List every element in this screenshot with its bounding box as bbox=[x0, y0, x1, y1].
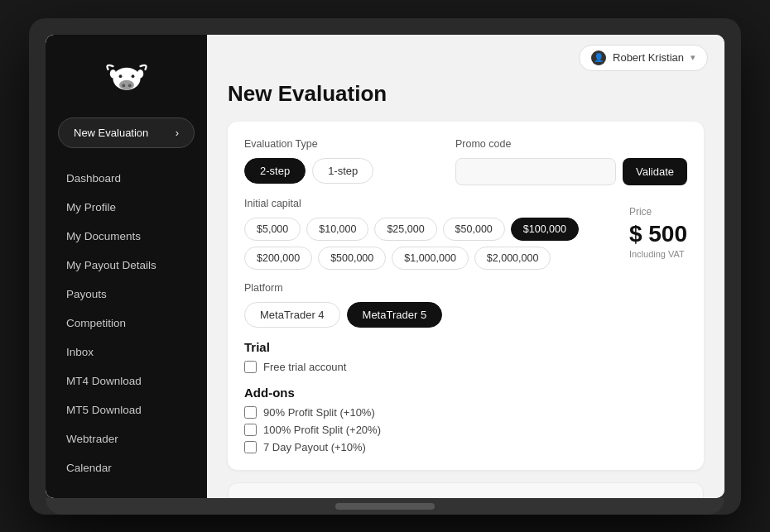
sidebar-navigation: Dashboard My Profile My Documents My Pay… bbox=[46, 165, 207, 482]
sidebar-item-dashboard[interactable]: Dashboard bbox=[54, 165, 199, 192]
trial-label: Free trial account bbox=[263, 361, 346, 373]
addon-item-1: 100% Profit Split (+20%) bbox=[244, 424, 687, 436]
promo-section: Promo code Validate bbox=[455, 138, 687, 185]
main-content: 👤 Robert Kristian ▾ New Evaluation Evalu… bbox=[207, 35, 724, 498]
capital-buttons-group: $5,000 $10,000 $25,000 $50,000 $100,000 … bbox=[244, 218, 604, 270]
addon-checkbox-2[interactable] bbox=[244, 441, 257, 453]
svg-point-6 bbox=[118, 74, 122, 78]
user-avatar-icon: 👤 bbox=[591, 50, 606, 65]
sidebar-item-payouts[interactable]: Payouts bbox=[54, 280, 199, 308]
trial-section: Trial Free trial account bbox=[244, 340, 687, 373]
price-vat: Including VAT bbox=[629, 249, 687, 259]
user-name: Robert Kristian bbox=[613, 51, 684, 64]
metatrader5-button[interactable]: MetaTrader 5 bbox=[347, 302, 443, 328]
capital-1m-button[interactable]: $1,000,000 bbox=[392, 247, 469, 270]
svg-point-2 bbox=[137, 69, 143, 78]
svg-point-3 bbox=[119, 79, 134, 89]
svg-point-5 bbox=[128, 84, 131, 87]
sidebar-item-webtrader[interactable]: Webtrader bbox=[54, 425, 199, 453]
addons-section: Add-ons 90% Profit Split (+10%) 100% Pro… bbox=[244, 386, 687, 453]
svg-point-1 bbox=[109, 69, 116, 78]
trial-checkbox[interactable] bbox=[244, 361, 257, 373]
sidebar-item-my-profile[interactable]: My Profile bbox=[54, 194, 199, 221]
eval-type-1step-button[interactable]: 1-step bbox=[312, 158, 373, 184]
logo-area bbox=[46, 51, 207, 117]
addon-item-0: 90% Profit Split (+10%) bbox=[244, 406, 687, 419]
addons-title: Add-ons bbox=[244, 386, 687, 400]
addon-label-1: 100% Profit Split (+20%) bbox=[263, 424, 381, 436]
sidebar-item-inbox[interactable]: Inbox bbox=[54, 338, 199, 366]
price-section: Price $ 500 Including VAT bbox=[629, 206, 687, 270]
addons-list: 90% Profit Split (+10%) 100% Profit Spli… bbox=[244, 406, 687, 453]
capital-500k-button[interactable]: $500,000 bbox=[318, 247, 386, 270]
sidebar-item-calendar[interactable]: Calendar bbox=[54, 454, 199, 482]
price-label: Price bbox=[629, 206, 687, 218]
trial-row: Free trial account bbox=[244, 361, 687, 373]
sidebar-item-mt4-download[interactable]: MT4 Download bbox=[54, 367, 199, 395]
user-menu[interactable]: 👤 Robert Kristian ▾ bbox=[579, 45, 708, 71]
capital-section: Initial capital $5,000 $10,000 $25,000 $… bbox=[244, 198, 604, 270]
eval-type-promo-row: Evaluation Type 2-step 1-step Promo code… bbox=[244, 138, 687, 185]
bull-logo-icon bbox=[102, 60, 152, 101]
svg-point-7 bbox=[131, 74, 134, 78]
capital-2m-button[interactable]: $2,000,000 bbox=[474, 247, 551, 270]
eval-type-2step-button[interactable]: 2-step bbox=[244, 158, 306, 184]
topbar: 👤 Robert Kristian ▾ bbox=[207, 35, 724, 81]
eval-type-buttons: 2-step 1-step bbox=[244, 158, 431, 184]
sidebar-item-mt5-download[interactable]: MT5 Download bbox=[54, 396, 199, 424]
initial-capital-label: Initial capital bbox=[244, 198, 604, 209]
evaluation-form-card: Evaluation Type 2-step 1-step Promo code… bbox=[228, 122, 704, 470]
promo-code-input[interactable] bbox=[455, 158, 616, 185]
platform-section: Platform MetaTrader 4 MetaTrader 5 bbox=[244, 282, 687, 328]
sidebar: New Evaluation › Dashboard My Profile My… bbox=[46, 35, 207, 498]
sidebar-item-my-payout-details[interactable]: My Payout Details bbox=[54, 252, 199, 279]
promo-input-row: Validate bbox=[455, 158, 687, 185]
price-value: $ 500 bbox=[629, 221, 687, 247]
addon-checkbox-1[interactable] bbox=[244, 424, 257, 436]
info-card: Before you start the evaluation, we need… bbox=[228, 482, 704, 498]
sidebar-item-competition[interactable]: Competition bbox=[54, 309, 199, 337]
svg-point-4 bbox=[122, 84, 125, 87]
addon-checkbox-0[interactable] bbox=[244, 406, 257, 419]
addon-item-2: 7 Day Payout (+10%) bbox=[244, 441, 687, 453]
platform-buttons-group: MetaTrader 4 MetaTrader 5 bbox=[244, 302, 687, 328]
capital-100k-button[interactable]: $100,000 bbox=[511, 218, 579, 241]
trial-title: Trial bbox=[244, 340, 687, 354]
new-evaluation-button[interactable]: New Evaluation › bbox=[58, 117, 195, 148]
laptop-chin bbox=[335, 503, 435, 510]
capital-200k-button[interactable]: $200,000 bbox=[244, 247, 312, 270]
eval-type-section: Evaluation Type 2-step 1-step bbox=[244, 138, 431, 185]
metatrader4-button[interactable]: MetaTrader 4 bbox=[244, 302, 340, 328]
page-title: New Evaluation bbox=[228, 81, 704, 107]
addon-label-0: 90% Profit Split (+10%) bbox=[263, 406, 375, 419]
capital-10k-button[interactable]: $10,000 bbox=[306, 218, 368, 241]
addon-label-2: 7 Day Payout (+10%) bbox=[263, 441, 366, 453]
capital-50k-button[interactable]: $50,000 bbox=[443, 218, 505, 241]
promo-code-label: Promo code bbox=[455, 138, 687, 150]
sidebar-item-my-documents[interactable]: My Documents bbox=[54, 223, 199, 250]
capital-5k-button[interactable]: $5,000 bbox=[244, 218, 301, 241]
page-body: New Evaluation Evaluation Type 2-step 1-… bbox=[207, 81, 724, 498]
eval-type-label: Evaluation Type bbox=[244, 138, 431, 150]
chevron-down-icon: ▾ bbox=[691, 52, 695, 63]
capital-price-row: Initial capital $5,000 $10,000 $25,000 $… bbox=[244, 198, 687, 270]
validate-button[interactable]: Validate bbox=[623, 158, 687, 185]
capital-25k-button[interactable]: $25,000 bbox=[374, 218, 436, 241]
platform-label: Platform bbox=[244, 282, 687, 294]
